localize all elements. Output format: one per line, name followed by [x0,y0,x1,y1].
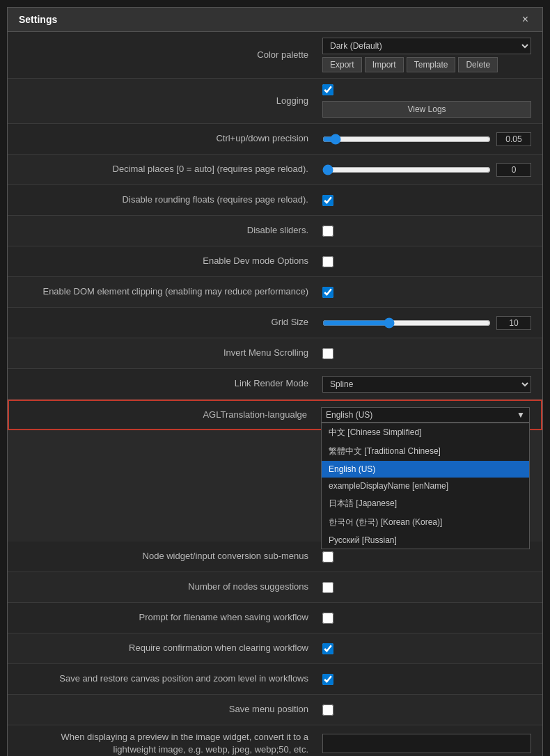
agl-option-example[interactable]: exampleDisplayName [enName] [322,478,529,494]
close-button[interactable]: × [519,13,531,26]
decimal-places-row: Decimal places [0 = auto] (requires page… [8,155,542,185]
dialog-header: Settings × [8,8,542,32]
dom-clipping-control [322,287,531,298]
template-button[interactable]: Template [407,57,456,72]
disable-rounding-label: Disable rounding floats (requires page r… [19,194,322,206]
save-restore-canvas-row: Save and restore canvas position and zoo… [8,664,542,695]
prompt-filename-checkbox[interactable] [322,613,333,624]
preview-image-input[interactable] [322,734,531,753]
view-logs-button[interactable]: View Logs [322,101,531,118]
disable-rounding-control [322,195,531,206]
number-nodes-row: Number of nodes suggestions [8,572,542,603]
grid-size-control [322,316,531,330]
invert-menu-row: Invert Menu Scrolling [8,338,542,369]
agl-option-russian[interactable]: Русский [Russian] [322,532,529,549]
agl-dropdown-container: English (US) ▼ 中文 [Chinese Simplified] 繁… [321,407,530,423]
logging-control: View Logs [322,84,531,118]
color-palette-label: Color palette [19,49,322,61]
ctrl-precision-value[interactable] [496,132,531,146]
settings-dialog: Settings × Color palette Dark (Default) … [7,7,543,756]
logging-checkbox[interactable] [322,84,333,95]
save-menu-position-label: Save menu position [19,703,322,716]
agl-selected-value: English (US) [326,410,372,420]
prompt-filename-row: Prompt for filename when saving workflow [8,603,542,633]
node-widget-label: Node widget/input conversion sub-menus [19,550,322,562]
number-nodes-label: Number of nodes suggestions [19,581,322,593]
invert-menu-label: Invert Menu Scrolling [19,347,322,359]
node-widget-checkbox[interactable] [322,551,333,562]
dialog-title: Settings [19,14,57,25]
require-confirmation-row: Require confirmation when clearing workf… [8,633,542,664]
agl-dropdown-arrow: ▼ [517,410,525,420]
agl-option-japanese[interactable]: 日本語 [Japanese] [322,494,529,513]
dev-mode-label: Enable Dev mode Options [19,255,322,267]
dev-mode-checkbox[interactable] [322,256,333,267]
decimal-places-control [322,163,531,177]
grid-size-slider[interactable] [322,317,491,329]
save-restore-canvas-label: Save and restore canvas position and zoo… [19,672,322,685]
dev-mode-row: Enable Dev mode Options [8,246,542,277]
grid-size-row: Grid Size [8,308,542,338]
save-menu-position-control [322,704,531,716]
delete-button[interactable]: Delete [458,57,498,72]
color-palette-row: Color palette Dark (Default) Light Custo… [8,32,542,79]
agl-dropdown-list: 中文 [Chinese Simplified] 繁體中文 [Traditiona… [321,423,530,549]
disable-rounding-row: Disable rounding floats (requires page r… [8,185,542,216]
decimal-places-slider[interactable] [322,164,491,175]
link-render-row: Link Render Mode Spline Linear Hidden [8,369,542,400]
ctrl-precision-label: Ctrl+up/down precision [19,132,322,145]
settings-body: Color palette Dark (Default) Light Custo… [8,32,542,756]
grid-size-value[interactable] [496,316,531,330]
agl-dropdown-trigger[interactable]: English (US) ▼ [321,407,530,423]
require-confirmation-control [322,643,531,654]
export-button[interactable]: Export [322,57,362,72]
disable-rounding-checkbox[interactable] [322,195,333,206]
invert-menu-control [322,348,531,359]
decimal-places-label: Decimal places [0 = auto] (requires page… [19,163,322,175]
agl-option-chinese-simplified[interactable]: 中文 [Chinese Simplified] [322,423,529,442]
disable-sliders-control [322,226,531,237]
ctrl-precision-control [322,132,531,146]
disable-sliders-label: Disable sliders. [19,224,322,237]
require-confirmation-checkbox[interactable] [322,643,333,654]
link-render-label: Link Render Mode [19,377,322,390]
preview-image-label: When displaying a preview in the image w… [19,731,322,756]
disable-sliders-row: Disable sliders. [8,216,542,246]
save-restore-canvas-checkbox[interactable] [322,674,333,685]
agl-option-traditional-chinese[interactable]: 繁體中文 [Traditional Chinese] [322,442,529,461]
save-menu-position-row: Save menu position [8,695,542,725]
ctrl-precision-slider[interactable] [322,134,491,145]
agl-option-english-us[interactable]: English (US) [322,461,529,478]
disable-sliders-checkbox[interactable] [322,226,333,237]
logging-label: Logging [19,95,322,107]
dom-clipping-row: Enable DOM element clipping (enabling ma… [8,277,542,308]
number-nodes-checkbox[interactable] [322,582,333,593]
grid-size-label: Grid Size [19,316,322,329]
dom-clipping-checkbox[interactable] [322,287,333,298]
save-menu-position-checkbox[interactable] [322,704,333,716]
ctrl-precision-slider-container [322,132,531,146]
prompt-filename-control [322,613,531,624]
link-render-control: Spline Linear Hidden [322,376,531,393]
color-palette-select[interactable]: Dark (Default) Light Custom [322,38,531,54]
logging-row: Logging View Logs [8,79,542,124]
agl-option-korean[interactable]: 한국어 (한국) [Korean (Korea)] [322,513,529,532]
import-button[interactable]: Import [365,57,404,72]
grid-size-slider-container [322,316,531,330]
save-restore-canvas-control [322,674,531,685]
ctrl-precision-row: Ctrl+up/down precision [8,124,542,155]
decimal-places-value[interactable] [496,163,531,177]
dev-mode-control [322,256,531,267]
prompt-filename-label: Prompt for filename when saving workflow [19,611,322,624]
agl-translation-row: AGLTranslation-langualge English (US) ▼ … [8,400,542,430]
preview-image-row: When displaying a preview in the image w… [8,725,542,756]
invert-menu-checkbox[interactable] [322,348,333,359]
link-render-select[interactable]: Spline Linear Hidden [322,376,531,393]
color-palette-control: Dark (Default) Light Custom Export Impor… [322,38,531,72]
node-widget-control [322,551,531,562]
palette-buttons: Export Import Template Delete [322,57,531,72]
dom-clipping-label: Enable DOM element clipping (enabling ma… [19,285,322,298]
preview-image-control [322,734,531,753]
number-nodes-control [322,582,531,593]
decimal-places-slider-container [322,163,531,177]
